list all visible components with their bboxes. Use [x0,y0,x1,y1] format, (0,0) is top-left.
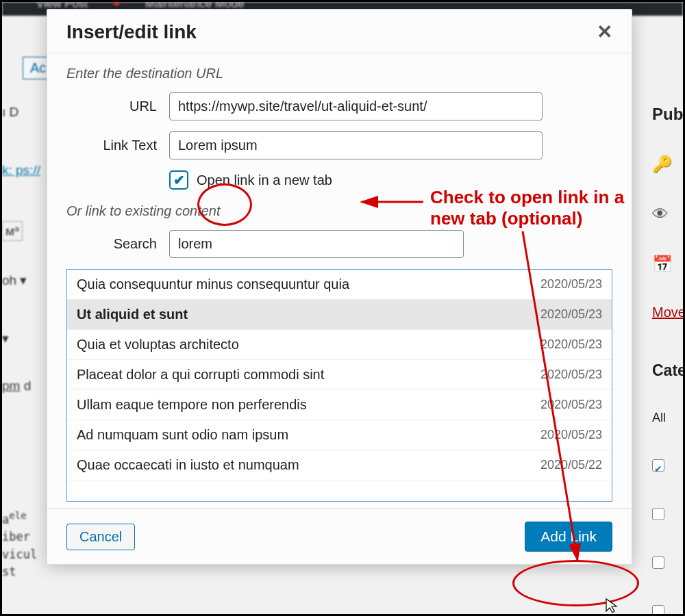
result-item[interactable]: Quia et voluptas architecto2020/05/23 [67,330,612,360]
close-icon[interactable]: ✕ [597,21,612,43]
url-input[interactable] [169,92,543,120]
calendar-icon: 📅 [652,255,683,274]
search-label: Search [66,236,169,252]
annotation-circle-addlink [512,560,639,606]
insert-link-dialog: Insert/edit link ✕ Enter the destination… [47,9,632,565]
cancel-button[interactable]: Cancel [66,524,135,550]
result-item[interactable]: Quae occaecati in iusto et numquam2020/0… [67,450,612,480]
newtab-checkbox[interactable]: ✔ [169,170,188,190]
linktext-input[interactable] [169,131,543,159]
result-item[interactable]: Quia consequuntur minus consequuntur qui… [67,270,612,300]
result-item[interactable]: Placeat dolor a qui corrupti commodi sin… [67,360,612,390]
linktext-label: Link Text [66,138,169,153]
search-input[interactable] [169,230,464,258]
result-item[interactable]: Ut aliquid et sunt2020/05/23 [67,300,612,330]
dialog-title: Insert/edit link [66,21,197,43]
eye-icon: 👁 [652,205,683,224]
existing-hint: Or link to existing content [66,203,612,219]
bg-move-link: Move [652,305,683,320]
url-label: URL [66,99,169,114]
key-icon: 🔑 [652,155,683,174]
destination-hint: Enter the destination URL [66,66,612,81]
cursor-icon [605,598,619,616]
result-item[interactable]: Ullam eaque tempore non perferendis2020/… [67,390,612,420]
search-results[interactable]: Quia consequuntur minus consequuntur qui… [66,269,612,502]
add-link-button[interactable]: Add Link [525,522,612,552]
result-item[interactable]: Ad numquam sunt odio nam ipsum2020/05/23 [67,420,612,450]
newtab-label: Open link in a new tab [197,172,332,188]
bg-right-sidebar: Pub 🔑 👁 📅 Move Cate All [652,105,683,616]
